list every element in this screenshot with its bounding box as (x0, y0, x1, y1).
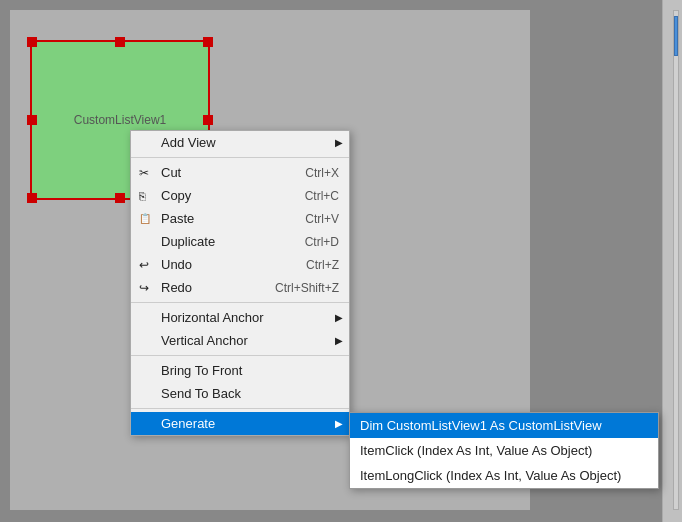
submenu-item-item-long-click[interactable]: ItemLongClick (Index As Int, Value As Ob… (350, 463, 658, 488)
right-panel (662, 0, 682, 522)
redo-icon: ↪ (139, 281, 149, 295)
handle-mr[interactable] (203, 115, 213, 125)
cut-shortcut: Ctrl+X (285, 166, 339, 180)
context-menu: Add View ✂ Cut Ctrl+X ⎘ Copy Ctrl+C 📋 Pa… (130, 130, 350, 436)
paste-label: Paste (161, 211, 194, 226)
redo-label: Redo (161, 280, 192, 295)
duplicate-label: Duplicate (161, 234, 215, 249)
handle-tl[interactable] (27, 37, 37, 47)
submenu-item-dim-customlistview[interactable]: Dim CustomListView1 As CustomListView (350, 413, 658, 438)
menu-item-horizontal-anchor[interactable]: Horizontal Anchor (131, 306, 349, 329)
add-view-label: Add View (161, 135, 216, 150)
menu-item-vertical-anchor[interactable]: Vertical Anchor (131, 329, 349, 352)
generate-submenu: Dim CustomListView1 As CustomListView It… (349, 412, 659, 489)
menu-item-undo[interactable]: ↩ Undo Ctrl+Z (131, 253, 349, 276)
menu-item-redo[interactable]: ↪ Redo Ctrl+Shift+Z (131, 276, 349, 299)
copy-shortcut: Ctrl+C (285, 189, 339, 203)
horizontal-anchor-label: Horizontal Anchor (161, 310, 264, 325)
canvas-area: CustomListView1 Add View ✂ Cut Ctrl+X ⎘ … (0, 0, 682, 522)
separator-3 (131, 355, 349, 356)
generate-label: Generate (161, 416, 215, 431)
undo-shortcut: Ctrl+Z (286, 258, 339, 272)
cut-label: Cut (161, 165, 181, 180)
duplicate-shortcut: Ctrl+D (285, 235, 339, 249)
item-click-label: ItemClick (Index As Int, Value As Object… (360, 443, 592, 458)
green-box-label: CustomListView1 (74, 113, 166, 127)
scrollbar-track[interactable] (673, 10, 679, 510)
menu-item-send-to-back[interactable]: Send To Back (131, 382, 349, 405)
vertical-anchor-label: Vertical Anchor (161, 333, 248, 348)
redo-shortcut: Ctrl+Shift+Z (255, 281, 339, 295)
menu-item-add-view[interactable]: Add View (131, 131, 349, 154)
menu-item-generate[interactable]: Generate Dim CustomListView1 As CustomLi… (131, 412, 349, 435)
separator-2 (131, 302, 349, 303)
submenu-item-item-click[interactable]: ItemClick (Index As Int, Value As Object… (350, 438, 658, 463)
handle-bl[interactable] (27, 193, 37, 203)
menu-item-cut[interactable]: ✂ Cut Ctrl+X (131, 161, 349, 184)
bring-to-front-label: Bring To Front (161, 363, 242, 378)
handle-tr[interactable] (203, 37, 213, 47)
copy-label: Copy (161, 188, 191, 203)
item-long-click-label: ItemLongClick (Index As Int, Value As Ob… (360, 468, 621, 483)
cut-icon: ✂ (139, 166, 149, 180)
dim-customlistview-label: Dim CustomListView1 As CustomListView (360, 418, 602, 433)
paste-icon: 📋 (139, 213, 151, 224)
undo-icon: ↩ (139, 258, 149, 272)
copy-icon: ⎘ (139, 190, 146, 202)
menu-item-bring-to-front[interactable]: Bring To Front (131, 359, 349, 382)
undo-label: Undo (161, 257, 192, 272)
handle-tm[interactable] (115, 37, 125, 47)
handle-ml[interactable] (27, 115, 37, 125)
menu-item-copy[interactable]: ⎘ Copy Ctrl+C (131, 184, 349, 207)
menu-item-duplicate[interactable]: Duplicate Ctrl+D (131, 230, 349, 253)
separator-1 (131, 157, 349, 158)
paste-shortcut: Ctrl+V (285, 212, 339, 226)
send-to-back-label: Send To Back (161, 386, 241, 401)
handle-bm[interactable] (115, 193, 125, 203)
separator-4 (131, 408, 349, 409)
scrollbar-thumb[interactable] (674, 16, 678, 56)
menu-item-paste[interactable]: 📋 Paste Ctrl+V (131, 207, 349, 230)
